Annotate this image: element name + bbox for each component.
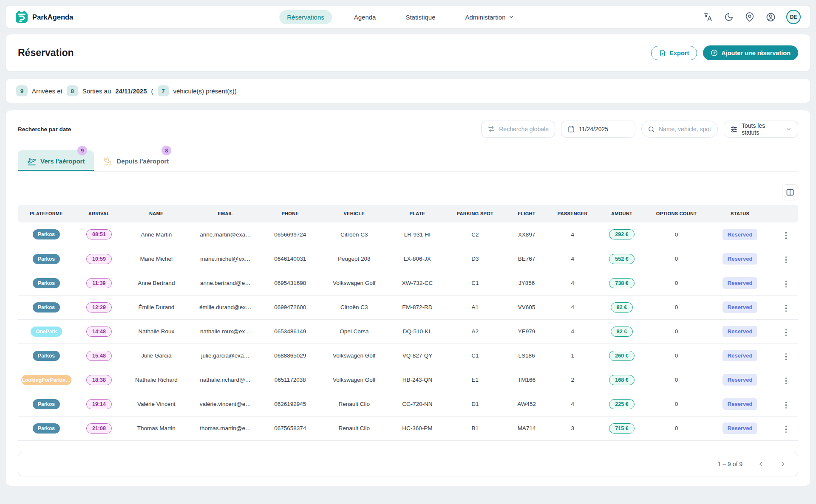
calendar-icon — [567, 125, 575, 133]
previous-page-button[interactable] — [757, 460, 765, 468]
table-row[interactable]: Parkos 08:51 Anne Martin anne.martin@exa… — [18, 222, 798, 247]
status-badge: Reserved — [722, 229, 758, 240]
parkagenda-logo-icon — [15, 11, 28, 23]
arrival-time-badge: 19:14 — [86, 399, 112, 409]
flight-cell: YE979 — [505, 319, 549, 344]
flight-cell: XX897 — [505, 222, 549, 247]
parking-spot-cell: C1 — [445, 271, 505, 295]
phone-cell: 0675658374 — [261, 416, 319, 440]
nav-item-administration[interactable]: Administartion — [457, 10, 522, 24]
global-search-button[interactable]: Recherche globale — [481, 121, 555, 138]
search-input[interactable] — [659, 126, 711, 132]
search-icon — [648, 126, 655, 133]
tab-from-airport-label: Depuis l'aéroport — [116, 158, 169, 165]
plate-cell: HC-360-PM — [389, 416, 445, 440]
row-menu-button[interactable] — [784, 230, 789, 241]
direction-tabs: 9 Vers l'aéroport 8 Depuis l'aéroport — [18, 150, 798, 172]
plate-cell: XW-732-CC — [389, 271, 445, 295]
column-settings-button[interactable] — [782, 184, 798, 200]
date-picker[interactable]: 11/24/2025 — [561, 121, 635, 138]
status-filter-dropdown[interactable]: Touts les statuts — [724, 121, 798, 138]
phone-cell: 0646140031 — [261, 247, 319, 271]
paren-text: ( — [151, 87, 153, 95]
language-icon[interactable] — [703, 12, 713, 22]
avatar[interactable]: DE — [786, 10, 801, 24]
phone-cell: 0626192945 — [261, 392, 319, 416]
email-cell: marie.michel@ex… — [190, 247, 261, 271]
reservations-table: PlateformeArrivalNameEmailPhoneVehiclePl… — [18, 205, 798, 441]
row-menu-button[interactable] — [784, 376, 789, 386]
nav-item-statistique[interactable]: Statistique — [398, 10, 443, 24]
name-cell: Anne Bertrand — [123, 271, 190, 295]
options-count-cell: 0 — [647, 416, 706, 440]
row-menu-button[interactable] — [784, 255, 789, 265]
status-badge: Reserved — [722, 374, 758, 386]
passenger-cell: 4 — [548, 319, 597, 344]
dark-mode-icon[interactable] — [724, 12, 734, 22]
table-row[interactable]: LookingForParkin… 18:38 Nathalie Richard… — [18, 368, 798, 392]
table-row[interactable]: Parkos 15:48 Julie Garcia julie.garcia@e… — [18, 344, 798, 368]
arrival-time-badge: 11:39 — [86, 278, 111, 288]
user-account-icon[interactable] — [765, 12, 776, 22]
status-badge: Reserved — [722, 253, 758, 265]
row-menu-button[interactable] — [784, 424, 789, 435]
plate-cell: VQ-827-QY — [389, 344, 445, 368]
table-row[interactable]: OnePark 14:48 Nathalie Roux nathalie.rou… — [18, 319, 798, 344]
flight-cell: MA714 — [505, 416, 549, 440]
row-menu-button[interactable] — [784, 400, 789, 411]
table-row[interactable]: Parkos 10:59 Marie Michel marie.michel@e… — [18, 247, 798, 271]
vehicle-cell: Volkswagen Golf — [319, 271, 389, 295]
table-row[interactable]: Parkos 21:08 Thomas Martin thomas.martin… — [18, 416, 798, 440]
platform-badge: Parkos — [33, 254, 60, 264]
options-count-cell: 0 — [647, 344, 706, 368]
brand[interactable]: ParkAgenda — [15, 11, 73, 23]
export-button[interactable]: Export — [651, 46, 697, 60]
top-navbar: ParkAgenda Réservations Agenda Statistiq… — [6, 6, 810, 28]
search-by-date-label: Recherche par date — [18, 126, 71, 132]
amount-badge: 82 € — [611, 302, 633, 313]
add-reservation-button[interactable]: Ajouter une réservation — [703, 45, 798, 60]
row-menu-button[interactable] — [784, 279, 789, 290]
row-menu-button[interactable] — [784, 327, 789, 338]
tab-from-airport[interactable]: 8 Depuis l'aéroport — [94, 150, 178, 171]
swap-arrows-icon — [487, 125, 495, 133]
flight-cell: JY856 — [505, 271, 549, 295]
plate-cell: LR-931-HI — [389, 222, 445, 247]
amount-badge: 225 € — [609, 399, 634, 409]
title-actions: Export Ajouter une réservation — [651, 45, 798, 60]
search-box — [641, 121, 718, 138]
row-menu-button[interactable] — [784, 352, 789, 362]
arrivals-text: Arrivées et — [32, 87, 62, 95]
table-row[interactable]: Parkos 11:39 Anne Bertrand anne.bertrand… — [18, 271, 798, 295]
column-header: Vehicle — [319, 205, 389, 222]
column-header: Name — [123, 205, 190, 222]
status-badge: Reserved — [722, 301, 758, 313]
location-icon[interactable] — [745, 12, 755, 22]
parking-spot-cell: A2 — [445, 319, 505, 344]
tab-to-airport-badge: 9 — [77, 146, 87, 155]
amount-badge: 260 € — [609, 351, 634, 361]
tab-to-airport[interactable]: 9 Vers l'aéroport — [18, 150, 94, 171]
name-cell: Nathalie Roux — [123, 319, 190, 344]
plane-landing-icon — [103, 157, 112, 166]
platform-badge: Parkos — [33, 423, 60, 434]
tab-to-airport-label: Vers l'aéroport — [40, 158, 85, 165]
column-header: Amount — [597, 205, 647, 222]
row-menu-button[interactable] — [784, 303, 789, 314]
phone-cell: 0653486149 — [261, 319, 319, 344]
vehicle-cell: Opel Corsa — [319, 319, 389, 344]
nav-item-agenda[interactable]: Agenda — [346, 10, 384, 24]
main-nav: Réservations Agenda Statistique Administ… — [279, 6, 522, 28]
parking-spot-cell: B1 — [445, 416, 505, 440]
name-cell: Thomas Martin — [123, 416, 190, 440]
parking-spot-cell: E1 — [445, 368, 505, 392]
passenger-cell: 3 — [548, 416, 597, 440]
plate-cell: LX-806-JX — [389, 247, 445, 271]
next-page-button[interactable] — [779, 460, 787, 468]
column-header: Flight — [505, 205, 549, 222]
arrival-time-badge: 15:48 — [86, 351, 112, 361]
nav-item-reservations[interactable]: Réservations — [279, 10, 332, 24]
table-row[interactable]: Parkos 12:29 Émilie Durand émilie.durand… — [18, 295, 798, 319]
chevron-down-icon — [509, 14, 515, 20]
table-row[interactable]: Parkos 19:14 Valérie Vincent valérie.vin… — [18, 392, 798, 416]
